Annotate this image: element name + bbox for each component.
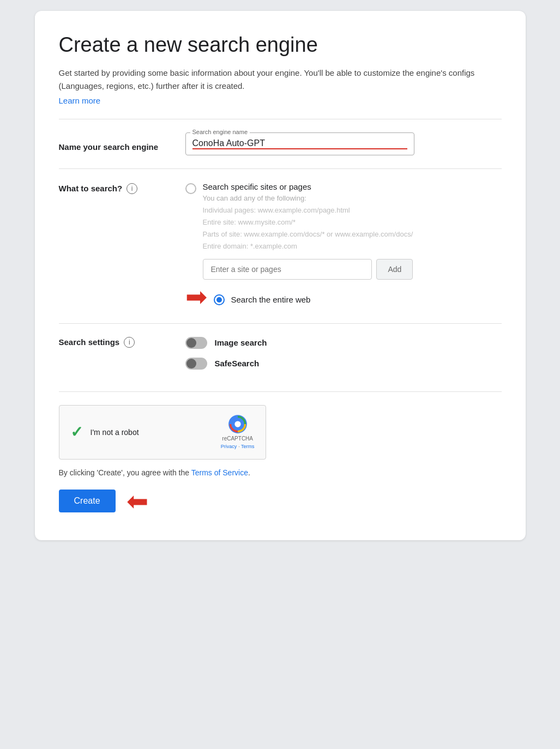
safe-search-toggle[interactable] <box>185 358 207 370</box>
what-to-search-section: What to search? i Search specific sites … <box>59 182 502 310</box>
what-label: What to search? <box>59 184 123 193</box>
terms-text-before: By clicking 'Create', you agree with the <box>59 468 191 477</box>
hint-item-4: Entire domain: *.example.com <box>203 240 413 252</box>
entire-web-option: Search the entire web <box>214 293 311 305</box>
svg-point-1 <box>234 421 240 427</box>
image-search-toggle-row: Image search <box>185 337 267 349</box>
hint-item-2: Entire site: www.mysite.com/* <box>203 216 413 228</box>
entire-web-radio[interactable] <box>214 294 225 305</box>
specific-sites-label: Search specific sites or pages <box>203 182 311 191</box>
search-settings-label: Search settings <box>59 337 120 347</box>
field-label: Search engine name <box>190 129 250 135</box>
page-title: Create a new search engine <box>59 33 502 58</box>
name-section: Name your search engine Search engine na… <box>59 132 502 155</box>
terms-text-after: . <box>248 468 250 477</box>
search-engine-name-field-wrapper: Search engine name <box>185 132 414 155</box>
recaptcha-terms-small[interactable]: Terms <box>241 444 255 449</box>
name-label: Name your search engine <box>59 132 168 152</box>
divider-3 <box>59 323 502 324</box>
toggles-area: Image search SafeSearch <box>185 337 267 378</box>
toggle-thumb-2 <box>186 359 196 369</box>
left-arrow-icon: ⬅ <box>127 486 148 516</box>
learn-more-link[interactable]: Learn more <box>59 96 101 105</box>
site-input-row: Add <box>203 259 413 280</box>
what-info-icon[interactable]: i <box>127 183 137 194</box>
site-input[interactable] <box>203 259 372 280</box>
sites-hint: You can add any of the following: Indivi… <box>203 194 413 280</box>
entire-web-label: Search the entire web <box>231 295 311 304</box>
specific-sites-option: Search specific sites or pages You can a… <box>185 182 502 280</box>
image-search-toggle[interactable] <box>185 337 207 349</box>
recaptcha-logo-icon <box>228 414 248 434</box>
specific-sites-radio[interactable] <box>185 183 196 194</box>
search-settings-label-area: Search settings i <box>59 337 168 348</box>
name-field-area: Search engine name <box>185 132 502 155</box>
hint-item-1: Individual pages: www.example.com/page.h… <box>203 204 413 216</box>
radio-options: Search specific sites or pages You can a… <box>185 182 502 310</box>
right-arrow-icon: ➡ <box>185 284 207 310</box>
add-site-button[interactable]: Add <box>376 259 413 280</box>
recaptcha-label: reCAPTCHA <box>222 436 253 442</box>
hint-list: Individual pages: www.example.com/page.h… <box>203 204 413 252</box>
recaptcha-right: reCAPTCHA Privacy · Terms <box>221 414 255 450</box>
what-label-area: What to search? i <box>59 182 168 194</box>
hint-item-3: Parts of site: www.example.com/docs/* or… <box>203 228 413 240</box>
divider-1 <box>59 119 502 119</box>
toggle-thumb <box>186 338 196 348</box>
recaptcha-privacy[interactable]: Privacy <box>221 444 237 449</box>
safe-search-label: SafeSearch <box>215 359 260 368</box>
page-description: Get started by providing some basic info… <box>59 67 502 93</box>
recaptcha-box: ✓ I'm not a robot reCAPTCHA Privacy · Te… <box>59 405 266 460</box>
not-robot-text: I'm not a robot <box>91 428 139 437</box>
recaptcha-brand-text: reCAPTCHA Privacy · Terms <box>221 435 255 450</box>
image-search-label: Image search <box>215 338 267 347</box>
divider-4 <box>59 391 502 392</box>
main-card: Create a new search engine Get started b… <box>35 11 526 540</box>
terms-text: By clicking 'Create', you agree with the… <box>59 468 502 477</box>
safe-search-toggle-row: SafeSearch <box>185 358 267 370</box>
terms-of-service-link[interactable]: Terms of Service <box>191 468 248 477</box>
search-engine-name-input[interactable] <box>192 135 407 149</box>
entire-web-arrow-wrapper: ➡ Search the entire web <box>185 284 502 310</box>
create-button[interactable]: Create <box>59 490 116 512</box>
search-settings-section: Search settings i Image search SafeSearc… <box>59 337 502 378</box>
hint-title: You can add any of the following: <box>203 194 413 202</box>
divider-2 <box>59 168 502 169</box>
search-settings-info-icon[interactable]: i <box>124 337 135 348</box>
recaptcha-left: ✓ I'm not a robot <box>70 423 139 441</box>
checkmark-icon: ✓ <box>70 423 83 441</box>
create-row: Create ⬅ <box>59 486 502 516</box>
